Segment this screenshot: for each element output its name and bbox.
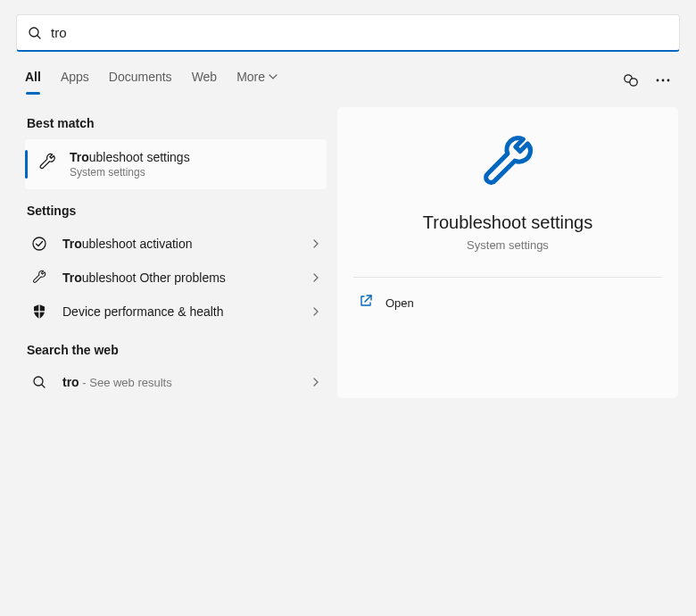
settings-item-label: Troubleshoot Other problems xyxy=(62,271,226,285)
best-match-subtitle: System settings xyxy=(70,166,190,179)
preview-panel: Troubleshoot settings System settings Op… xyxy=(337,107,678,398)
wrench-icon xyxy=(37,153,57,176)
chevron-right-icon xyxy=(311,377,321,387)
tab-web[interactable]: Web xyxy=(192,70,218,95)
search-input[interactable] xyxy=(51,25,668,40)
chevron-down-icon xyxy=(269,72,278,81)
section-best-match: Best match xyxy=(27,116,327,130)
open-external-icon xyxy=(359,294,373,312)
svg-point-10 xyxy=(34,377,43,386)
tab-more[interactable]: More xyxy=(236,70,278,95)
search-icon xyxy=(30,375,48,389)
tab-row: All Apps Documents Web More xyxy=(16,70,680,95)
svg-point-0 xyxy=(29,28,38,37)
wrench-icon xyxy=(353,134,662,195)
more-options-icon[interactable] xyxy=(655,72,671,92)
svg-point-5 xyxy=(662,79,665,82)
web-search-item[interactable]: tro - See web results xyxy=(25,366,327,398)
results-panel: Best match Troubleshoot settings System … xyxy=(16,102,327,398)
wrench-icon xyxy=(30,270,48,286)
section-settings: Settings xyxy=(27,204,327,218)
best-match-item[interactable]: Troubleshoot settings System settings xyxy=(25,139,327,189)
svg-point-3 xyxy=(630,79,637,86)
tab-all[interactable]: All xyxy=(25,70,41,95)
search-box[interactable] xyxy=(16,14,680,52)
best-match-title: Troubleshoot settings xyxy=(70,150,190,164)
preview-title: Troubleshoot settings xyxy=(353,212,662,233)
section-search-web: Search the web xyxy=(27,343,327,357)
svg-point-6 xyxy=(667,79,670,82)
svg-point-4 xyxy=(657,79,659,82)
svg-line-11 xyxy=(42,385,45,387)
svg-rect-9 xyxy=(34,311,45,312)
open-action-label: Open xyxy=(385,296,414,310)
chat-icon[interactable] xyxy=(623,72,639,92)
check-circle-icon xyxy=(30,236,48,252)
tab-apps[interactable]: Apps xyxy=(61,70,89,95)
chevron-right-icon xyxy=(311,306,321,317)
open-action[interactable]: Open xyxy=(353,287,662,319)
chevron-right-icon xyxy=(311,272,321,283)
search-icon xyxy=(28,26,42,40)
settings-item-activation[interactable]: Troubleshoot activation xyxy=(25,227,327,261)
svg-point-7 xyxy=(33,237,46,250)
settings-item-label: Device performance & health xyxy=(62,304,224,319)
settings-item-other-problems[interactable]: Troubleshoot Other problems xyxy=(25,261,327,295)
tab-documents[interactable]: Documents xyxy=(109,70,172,95)
settings-item-label: Troubleshoot activation xyxy=(62,237,193,251)
web-search-label: tro - See web results xyxy=(62,375,172,389)
preview-subtitle: System settings xyxy=(353,238,662,252)
settings-item-device-health[interactable]: Device performance & health xyxy=(25,295,327,329)
svg-line-1 xyxy=(37,36,40,38)
divider xyxy=(353,277,662,278)
chevron-right-icon xyxy=(311,238,321,249)
shield-icon xyxy=(30,304,48,320)
